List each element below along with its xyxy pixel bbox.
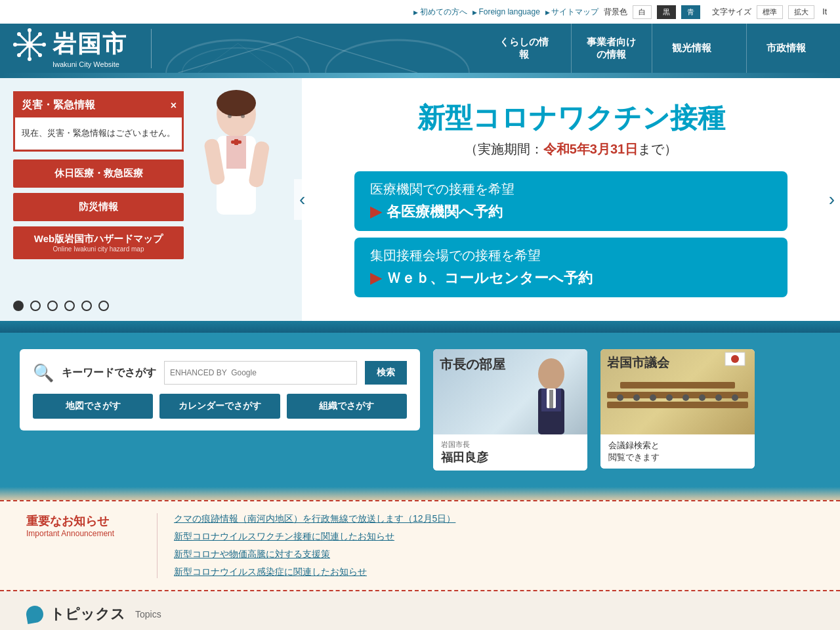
svg-point-12 <box>17 53 21 57</box>
font-standard-button[interactable]: 標準 <box>757 5 783 19</box>
bg-black-button[interactable]: 黒 <box>657 5 676 19</box>
carousel-dots <box>13 301 109 311</box>
svg-rect-35 <box>549 390 553 408</box>
svg-point-42 <box>650 394 656 401</box>
org-search-button[interactable]: 組織でさがす <box>287 394 407 419</box>
vaccine-box-mass[interactable]: 集団接種会場での接種を希望 ▶ Ｗｅｂ、コールセンターへ予約 <box>354 238 788 297</box>
map-search-button[interactable]: 地図でさがす <box>33 394 153 419</box>
svg-point-30 <box>241 114 245 118</box>
first-time-link[interactable]: 初めての方へ <box>413 7 467 18</box>
svg-point-46 <box>715 394 722 401</box>
nav-shisei[interactable]: 市政情報 <box>747 24 841 73</box>
notice-link-2[interactable]: 新型コロナウイルスワクチン接種に関連したお知らせ <box>174 531 814 543</box>
svg-rect-25 <box>234 139 238 145</box>
hero-subtitle: （実施期間：令和5年3月31日まで） <box>465 140 678 158</box>
nav-jigyosha[interactable]: 事業者向けの情報 <box>572 24 653 73</box>
carousel-dot-5[interactable] <box>81 301 92 311</box>
search-label: キーワードでさがす <box>62 366 156 380</box>
emergency-popup: 災害・緊急情報 × 現在、災害・緊急情報はございません。 <box>13 91 184 152</box>
svg-point-43 <box>666 394 673 401</box>
search-section: 🔍 キーワードでさがす 検索 地図でさがす カレンダーでさがす 組織でさがす <box>0 333 840 487</box>
svg-point-9 <box>17 32 21 36</box>
search-box: 🔍 キーワードでさがす 検索 地図でさがす カレンダーでさがす 組織でさがす <box>20 349 420 430</box>
notice-link-1[interactable]: クマの痕跡情報（南河内地区）を行政無線で放送します（12月5日） <box>174 513 814 525</box>
svg-point-29 <box>228 114 232 118</box>
hero-title: 新型コロナワクチン接種 <box>417 102 725 135</box>
mayor-name: 福田良彦 <box>441 450 579 465</box>
logo-text: 岩国市 Iwakuni City Website <box>52 28 127 68</box>
svg-point-11 <box>38 32 42 36</box>
svg-point-10 <box>38 53 42 57</box>
it-label: It <box>822 7 827 16</box>
carousel-prev-button[interactable]: ‹ <box>294 179 310 220</box>
carousel-dot-3[interactable] <box>47 301 58 311</box>
font-large-button[interactable]: 拡大 <box>788 5 814 19</box>
topics-title: トピックス <box>50 604 125 624</box>
svg-point-49 <box>731 355 739 363</box>
search-button[interactable]: 検索 <box>365 361 407 385</box>
emergency-header: 災害・緊急情報 × <box>15 93 182 117</box>
svg-point-44 <box>682 394 689 401</box>
quick-link-medical[interactable]: 休日医療・救急医療 <box>13 159 184 188</box>
foreign-lang-link[interactable]: Foreign language <box>472 7 540 16</box>
notice-link-3[interactable]: 新型コロナや物価高騰に対する支援策 <box>174 549 814 560</box>
svg-rect-37 <box>607 402 748 408</box>
calendar-search-button[interactable]: カレンダーでさがす <box>159 394 280 419</box>
notices-list: クマの痕跡情報（南河内地区）を行政無線で放送します（12月5日） 新型コロナウイ… <box>158 513 814 578</box>
site-header: 岩国市 Iwakuni City Website くらしの情報 事業者向けの情報… <box>0 24 840 73</box>
carousel-next-button[interactable]: › <box>824 179 840 220</box>
nav-kanko[interactable]: 観光情報 <box>652 24 747 73</box>
svg-rect-38 <box>607 392 748 398</box>
svg-rect-39 <box>620 382 735 388</box>
carousel-dot-2[interactable] <box>30 301 41 311</box>
bg-blue-button[interactable]: 青 <box>681 5 700 19</box>
vaccine-box-clinic[interactable]: 医療機関での接種を希望 ▶ 各医療機関へ予約 <box>354 171 788 231</box>
svg-point-40 <box>617 394 623 401</box>
quick-links: 休日医療・救急医療 防災情報 Web版岩国市ハザードマップ Online Iwa… <box>13 159 184 259</box>
notices-label-en: Important Announcement <box>26 529 140 538</box>
topics-header: トピックス Topics <box>26 604 814 624</box>
svg-point-7 <box>13 43 17 47</box>
search-icon: 🔍 <box>33 363 54 383</box>
carousel-dot-1[interactable] <box>13 301 24 311</box>
carousel-dot-4[interactable] <box>64 301 75 311</box>
quick-link-hazard[interactable]: Web版岩国市ハザードマップ Online Iwakuni city hazar… <box>13 226 184 259</box>
nav-kurashi[interactable]: くらしの情報 <box>477 24 572 73</box>
bg-color-label: 背景色 <box>604 7 627 18</box>
council-card-title: 岩国市議会 <box>607 354 669 371</box>
notices-label-ja: 重要なお知らせ <box>26 513 140 529</box>
search-input[interactable] <box>164 361 357 385</box>
svg-point-41 <box>633 394 640 401</box>
hero-section: 災害・緊急情報 × 現在、災害・緊急情報はございません。 休日医療・救急医療 防… <box>0 78 840 321</box>
topics-icon <box>25 604 45 624</box>
mayor-card[interactable]: 市長の部屋 岩国市長 福田良彦 <box>433 349 587 471</box>
council-description: 会議録検索と 閲覧できます <box>600 434 755 469</box>
carousel-dot-6[interactable] <box>98 301 109 311</box>
svg-point-8 <box>42 43 46 47</box>
sitemap-link[interactable]: サイトマップ <box>545 7 599 18</box>
topics-en: Topics <box>135 609 161 620</box>
emergency-body: 現在、災害・緊急情報はございません。 <box>15 117 182 150</box>
svg-point-31 <box>538 358 564 390</box>
notice-link-4[interactable]: 新型コロナウイルス感染症に関連したお知らせ <box>174 566 814 578</box>
svg-rect-13 <box>158 24 477 73</box>
svg-point-28 <box>217 90 256 116</box>
notices-section: 重要なお知らせ Important Announcement クマの痕跡情報（南… <box>0 500 840 591</box>
emergency-close-button[interactable]: × <box>171 100 177 112</box>
svg-point-5 <box>28 28 32 32</box>
topics-section: トピックス Topics <box>0 591 840 630</box>
bg-white-button[interactable]: 白 <box>633 5 652 19</box>
utility-bar: 初めての方へ Foreign language サイトマップ 背景色 白 黒 青… <box>0 0 840 24</box>
svg-point-6 <box>28 57 32 61</box>
council-card[interactable]: 岩国市議会 会議録検索と 閲覧できます <box>600 349 755 469</box>
quick-link-disaster[interactable]: 防災情報 <box>13 193 184 221</box>
svg-point-47 <box>732 394 738 401</box>
logo-area[interactable]: 岩国市 Iwakuni City Website <box>0 28 144 68</box>
logo-icon <box>13 28 46 68</box>
mayor-card-title: 市長の部屋 <box>440 356 505 373</box>
font-size-label: 文字サイズ <box>712 7 751 18</box>
mayor-position: 岩国市長 <box>441 440 579 450</box>
svg-point-45 <box>699 394 705 401</box>
